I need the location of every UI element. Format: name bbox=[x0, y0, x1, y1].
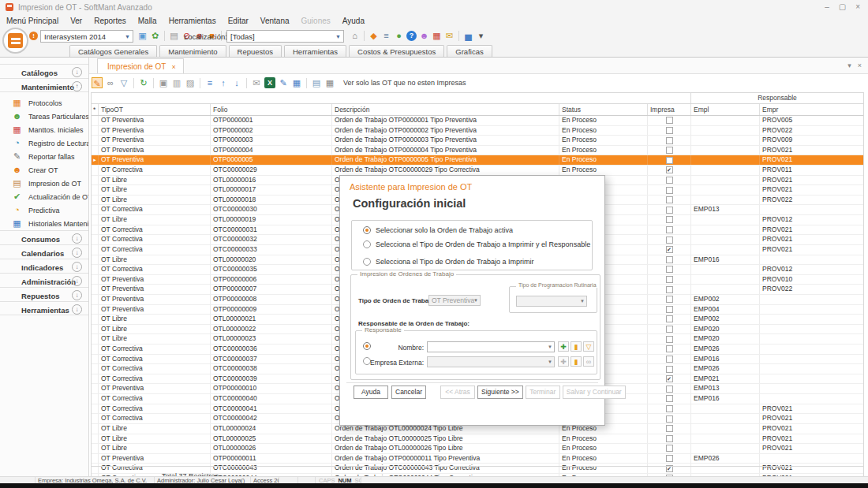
localizacion-select[interactable]: [Todas]▼ bbox=[226, 30, 344, 43]
impresa-checkbox[interactable] bbox=[648, 185, 691, 195]
impresa-checkbox[interactable] bbox=[648, 146, 691, 155]
panel-close-icon[interactable]: × bbox=[858, 61, 862, 69]
column-header-empl[interactable]: Empl bbox=[691, 104, 760, 115]
wizard-option-2[interactable]: Selecciona el Tipo de Orden de Trabajo a… bbox=[363, 240, 590, 248]
sidebar-section-administraci-n[interactable]: Administración ↓ bbox=[0, 273, 88, 287]
layout-icon[interactable]: ▦ bbox=[432, 31, 442, 41]
mail-icon[interactable]: ✉ bbox=[251, 77, 262, 88]
camera-icon[interactable]: ▣ bbox=[158, 77, 169, 88]
sidebar-item-impresion-de-ot[interactable]: ▤ Impresion de OT bbox=[0, 177, 88, 190]
group-by-icon[interactable]: ≡ bbox=[204, 77, 215, 88]
home-icon[interactable]: ⌂ bbox=[350, 31, 360, 41]
copy-icon[interactable]: ▥ bbox=[171, 77, 182, 88]
module-tab-cat-logos-generales[interactable]: Catálogos Generales bbox=[69, 45, 157, 57]
collapse-arrow-icon[interactable]: ↓ bbox=[72, 67, 82, 77]
paste-icon[interactable]: ▨ bbox=[185, 77, 196, 88]
sidebar-section-indicadores[interactable]: Indicadores ↓ bbox=[0, 259, 88, 273]
collapse-arrow-icon[interactable]: ↓ bbox=[72, 262, 82, 272]
db-icon[interactable]: ▮ bbox=[571, 356, 582, 367]
table-row-OTP0000003[interactable]: OT Preventiva OTP0000003 Orden de Trabaj… bbox=[92, 136, 863, 146]
menu-item-reportes[interactable]: Reportes bbox=[94, 17, 126, 25]
impresa-checkbox[interactable] bbox=[648, 176, 691, 185]
wizard-option-1[interactable]: Seleccionar solo la Orden de Trabajo act… bbox=[363, 226, 513, 234]
impresa-checkbox[interactable] bbox=[648, 374, 691, 384]
filter-unprinted-label[interactable]: Ver solo las OT que no esten Impresas bbox=[343, 79, 466, 87]
sidebar-item-crear-ot[interactable]: ☻ Crear OT bbox=[0, 163, 88, 177]
impresa-checkbox[interactable] bbox=[648, 155, 691, 165]
filter-icon[interactable]: ▽ bbox=[118, 77, 129, 88]
help-icon[interactable]: ? bbox=[406, 31, 417, 41]
print-setup-icon[interactable]: ▤ bbox=[169, 31, 179, 41]
minimize-button[interactable]: – bbox=[825, 3, 829, 11]
filter-icon[interactable]: ▽ bbox=[583, 341, 594, 352]
table-row-OTP0000002[interactable]: OT Preventiva OTP0000002 Orden de Trabaj… bbox=[92, 126, 863, 136]
menu-item-editar[interactable]: Editar bbox=[228, 17, 249, 25]
dialog-button-cancelar[interactable]: Cancelar bbox=[391, 386, 426, 399]
impresa-checkbox[interactable] bbox=[648, 116, 691, 125]
sidebar-item-actualizaci-n-de-ot[interactable]: ✔ Actualización de OT bbox=[0, 190, 88, 203]
menu-item-ver[interactable]: Ver bbox=[70, 17, 82, 25]
window-icon[interactable]: ▦ bbox=[291, 77, 302, 88]
collapse-arrow-icon[interactable]: ↓ bbox=[72, 276, 82, 286]
impresa-checkbox[interactable] bbox=[648, 245, 691, 255]
search-icon[interactable]: ∞ bbox=[583, 356, 594, 367]
impresa-checkbox[interactable] bbox=[648, 265, 691, 274]
table-row-OTC00000029[interactable]: OT Correctiva OTC00000029 Orden de Traba… bbox=[92, 166, 863, 176]
impresa-checkbox[interactable] bbox=[648, 345, 691, 354]
impresa-checkbox[interactable] bbox=[648, 434, 691, 444]
module-tab-herramientas[interactable]: Herramientas bbox=[284, 45, 346, 57]
sidebar-section-calendarios[interactable]: Calendarios ↓ bbox=[0, 244, 88, 259]
restore-button[interactable]: ▢ bbox=[839, 3, 846, 11]
sort-desc-icon[interactable]: ↓ bbox=[231, 77, 242, 88]
sidebar-section-mantenimiento[interactable]: Mantenimiento ↑ bbox=[0, 78, 88, 92]
refresh-icon[interactable]: ↻ bbox=[138, 77, 149, 88]
diamond-icon[interactable]: ◆ bbox=[369, 31, 379, 41]
print-icon[interactable]: ▦ bbox=[324, 77, 335, 88]
impresa-checkbox[interactable] bbox=[648, 325, 691, 334]
close-button[interactable]: × bbox=[855, 3, 860, 11]
people-icon[interactable]: ☻ bbox=[419, 31, 429, 41]
impresa-checkbox[interactable] bbox=[648, 285, 691, 294]
print-preview-icon[interactable]: ▤ bbox=[311, 77, 322, 88]
sidebar-section-herramientas[interactable]: Herramientas ↓ bbox=[0, 301, 88, 315]
impresa-checkbox[interactable] bbox=[648, 355, 691, 364]
collapse-arrow-icon[interactable]: ↓ bbox=[72, 233, 82, 244]
tab-impresion-de-ot[interactable]: Impresion de OT× bbox=[97, 58, 184, 73]
menu-item-ayuda[interactable]: Ayuda bbox=[342, 17, 365, 25]
sidebar-item-protocolos[interactable]: ▦ Protocolos bbox=[0, 96, 88, 110]
table-row-OTL00000026[interactable]: OT Libre OTL00000026 Orden de Trabajo OT… bbox=[92, 444, 863, 454]
menu-item-malla[interactable]: Malla bbox=[138, 17, 157, 25]
chart-icon[interactable]: ▅ bbox=[463, 31, 473, 41]
impresa-checkbox[interactable] bbox=[648, 275, 691, 285]
caret-down-icon[interactable]: ▾ bbox=[476, 31, 486, 41]
db-icon[interactable]: ▮ bbox=[571, 341, 582, 352]
impresa-checkbox[interactable] bbox=[648, 334, 691, 344]
dialog-button-siguiente[interactable]: Siguiente >> bbox=[477, 386, 523, 399]
sidebar-item-tareas-particulares[interactable]: ☻ Tareas Particulares bbox=[0, 110, 88, 123]
dialog-button-ayuda[interactable]: Ayuda bbox=[354, 386, 388, 399]
impresa-checkbox[interactable] bbox=[648, 305, 691, 315]
impresa-checkbox[interactable] bbox=[648, 454, 691, 464]
add-icon[interactable]: ✚ bbox=[558, 341, 569, 352]
impresa-checkbox[interactable] bbox=[648, 444, 691, 453]
screen-icon[interactable]: ▣ bbox=[137, 31, 148, 41]
excel-export-icon[interactable]: X bbox=[264, 77, 275, 88]
impresa-checkbox[interactable] bbox=[648, 424, 691, 434]
collapse-arrow-icon[interactable]: ↓ bbox=[72, 304, 82, 315]
impresa-checkbox[interactable] bbox=[648, 414, 691, 423]
impresa-checkbox[interactable] bbox=[648, 235, 691, 244]
menu-item-herramientas[interactable]: Herramientas bbox=[169, 17, 216, 25]
column-header-descripcion[interactable]: Descripción bbox=[332, 104, 559, 115]
table-row-OTP0000004[interactable]: OT Preventiva OTP0000004 Orden de Trabaj… bbox=[92, 146, 863, 156]
collapse-arrow-icon[interactable]: ↓ bbox=[72, 248, 82, 258]
menu-item-men-principal[interactable]: Menú Principal bbox=[6, 17, 58, 25]
table-row-OTL00000025[interactable]: OT Libre OTL00000025 Orden de Trabajo OT… bbox=[92, 434, 863, 445]
impresa-checkbox[interactable] bbox=[648, 255, 691, 265]
impresa-checkbox[interactable] bbox=[648, 394, 691, 404]
sort-asc-icon[interactable]: ↑ bbox=[218, 77, 229, 88]
mail-icon[interactable]: ✉ bbox=[444, 31, 455, 41]
alert-icon[interactable]: ! bbox=[29, 32, 38, 40]
collapse-arrow-icon[interactable]: ↑ bbox=[72, 81, 82, 91]
column-header-impresa[interactable]: Impresa bbox=[648, 104, 691, 115]
sidebar-item-predictiva[interactable]: ◔ Predictiva bbox=[0, 203, 88, 217]
